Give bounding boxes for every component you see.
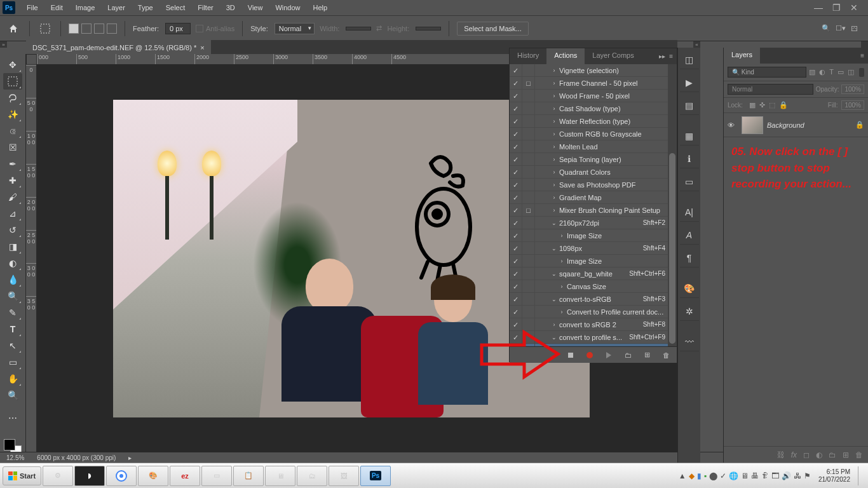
task-item[interactable]: ◗ (74, 466, 105, 486)
menu-file[interactable]: File (20, 1, 44, 14)
dodge-tool[interactable]: 🔍 (3, 288, 22, 304)
link-icon[interactable]: ⛓ (777, 451, 785, 459)
pen-tool[interactable]: ✎ (3, 304, 22, 321)
zoom-tool[interactable]: 🔍 (3, 387, 22, 403)
brush-tool[interactable]: 🖌 (3, 189, 22, 205)
action-row[interactable]: ✓›Save as Photoshop PDF (510, 179, 677, 191)
zoom-level[interactable]: 12.5% (6, 454, 24, 461)
action-row[interactable]: ✓□›Frame Channel - 50 pixel (510, 77, 677, 90)
filter-toggle[interactable] (859, 68, 864, 77)
action-row[interactable]: ✓›Molten Lead (510, 140, 677, 153)
fg-color[interactable] (4, 439, 15, 451)
collapsed-strip-far-right[interactable] (861, 41, 868, 48)
action-row[interactable]: ✓›Canvas Size (510, 280, 677, 293)
strip-library-icon[interactable]: ◫ (680, 50, 699, 69)
action-row[interactable]: ✓⌄convert to profile s...Shft+Ctrl+F9 (510, 331, 677, 344)
type-tool[interactable]: T (3, 321, 22, 337)
minimize-button[interactable]: — (813, 3, 824, 13)
task-item[interactable]: ▭ (201, 466, 232, 486)
strip-nav-icon[interactable]: ✲ (680, 302, 699, 321)
action-row[interactable]: ✓›Custom RGB to Grayscale (510, 128, 677, 140)
delete-button[interactable]: 🗑 (661, 351, 670, 360)
task-item[interactable]: 📋 (233, 466, 264, 486)
edit-toolbar[interactable]: ⋯ (3, 410, 22, 426)
strip-prop-icon[interactable]: ▭ (680, 172, 699, 191)
collapsed-strip-right[interactable]: « (693, 41, 700, 48)
mask-icon[interactable]: ◻ (803, 451, 810, 459)
actions-list[interactable]: ✓›Vignette (selection)✓□›Frame Channel -… (510, 64, 677, 346)
action-row[interactable]: ✓›Cast Shadow (type) (510, 102, 677, 115)
task-paint[interactable]: 🎨 (138, 466, 168, 486)
action-row[interactable]: ✓›Quadrant Colors (510, 166, 677, 179)
lock-all-icon[interactable]: 🔒 (779, 101, 788, 109)
strip-para-icon[interactable]: ¶ (680, 248, 699, 268)
menu-window[interactable]: Window (269, 1, 306, 14)
selection-mode-icons[interactable] (69, 24, 117, 34)
task-item[interactable]: ⚙ (43, 466, 73, 486)
document-tab[interactable]: DSC_5371_pam-demo-edit.NEF @ 12.5% (RGB/… (26, 40, 211, 54)
crop-tool[interactable]: ⟃ (3, 123, 22, 139)
menu-type[interactable]: Type (132, 1, 159, 14)
healing-tool[interactable]: ✚ (3, 172, 22, 189)
eyedropper-tool[interactable]: ✒ (3, 156, 22, 172)
blur-tool[interactable]: 💧 (3, 271, 22, 288)
action-row[interactable]: ✓⌄convert-to-sRGBShft+F3 (510, 293, 677, 306)
filter-adj-icon[interactable]: ◐ (819, 68, 825, 76)
feather-input[interactable]: 0 px (165, 23, 191, 34)
marquee-tool[interactable] (3, 73, 22, 90)
close-button[interactable]: ✕ (849, 3, 859, 13)
action-row[interactable]: ✓›Sepia Toning (layer) (510, 153, 677, 166)
group-icon[interactable]: 🗀 (829, 451, 836, 459)
path-select-tool[interactable]: ↖ (3, 337, 22, 354)
task-photoshop[interactable]: Ps (360, 466, 391, 486)
eraser-tool[interactable]: ◨ (3, 238, 22, 255)
collapsed-strip-left[interactable]: » (0, 41, 7, 48)
strip-brush-icon[interactable]: 〰 (680, 332, 699, 351)
share-icon[interactable]: ⮹ (851, 25, 858, 32)
ruler-origin[interactable] (26, 54, 37, 65)
menu-edit[interactable]: Edit (44, 1, 69, 14)
panel-menu-icon[interactable]: ≡ (669, 53, 673, 60)
filter-smart-icon[interactable]: ◫ (848, 68, 854, 76)
action-row[interactable]: ✓⌄1098pxShft+F4 (510, 242, 677, 255)
workspace-icon[interactable]: ☐▾ (836, 24, 846, 32)
layer-thumbnail[interactable] (742, 116, 763, 134)
select-and-mask-button[interactable]: Select and Mask... (457, 22, 529, 36)
action-row[interactable]: ✓⌄2160px72dpiShft+F2 (510, 217, 677, 229)
close-tab-icon[interactable]: × (200, 44, 204, 51)
blend-mode-select[interactable]: Normal (728, 84, 813, 95)
filter-type-icon[interactable]: T (829, 68, 834, 76)
new-action-button[interactable]: ⊞ (642, 351, 651, 360)
filter-pixel-icon[interactable]: ▧ (809, 68, 815, 76)
panel-collapse-icon[interactable]: ▸▸ (659, 53, 665, 60)
home-button[interactable] (5, 20, 22, 37)
tab-actions[interactable]: Actions (546, 48, 585, 64)
action-row[interactable]: ✓›Wood Frame - 50 pixel (510, 90, 677, 102)
menu-layer[interactable]: Layer (101, 1, 132, 14)
action-row[interactable]: ✓›Image Size (510, 229, 677, 242)
fill-value[interactable]: 100% (841, 100, 864, 110)
menu-view[interactable]: View (241, 1, 269, 14)
show-desktop[interactable] (858, 466, 863, 485)
new-set-button[interactable]: 🗀 (623, 351, 632, 360)
action-row[interactable]: ✓›Image Size (510, 255, 677, 268)
trash-icon[interactable]: 🗑 (855, 451, 863, 459)
style-select[interactable]: Normal (275, 23, 315, 34)
doc-dimensions[interactable]: 6000 px x 4000 px (300 ppi) (37, 454, 116, 461)
lock-nested-icon[interactable]: ⬚ (769, 101, 775, 109)
action-row[interactable]: ✓›Water Reflection (type) (510, 115, 677, 128)
layer-name[interactable]: Background (767, 121, 851, 129)
strip-comp-icon[interactable]: ▤ (680, 96, 699, 115)
task-item[interactable]: 🖼 (329, 466, 359, 486)
filter-select[interactable]: 🔍 Kind (728, 67, 806, 78)
lasso-tool[interactable] (3, 90, 22, 106)
menu-3d[interactable]: 3D (220, 1, 241, 14)
action-row[interactable]: ✓›Convert to Profile current doc... (510, 306, 677, 318)
record-button[interactable] (585, 351, 594, 360)
task-chrome[interactable] (106, 466, 137, 486)
strip-grid-icon[interactable]: ▦ (680, 126, 699, 146)
menu-filter[interactable]: Filter (191, 1, 219, 14)
gradient-tool[interactable]: ◐ (3, 255, 22, 271)
lock-pixels-icon[interactable]: ▩ (749, 101, 756, 109)
tray-icons[interactable]: ▲◆▮▪⬤✓🌐🖥🖶🕏🗔🔊🖧⚑ (679, 471, 811, 480)
